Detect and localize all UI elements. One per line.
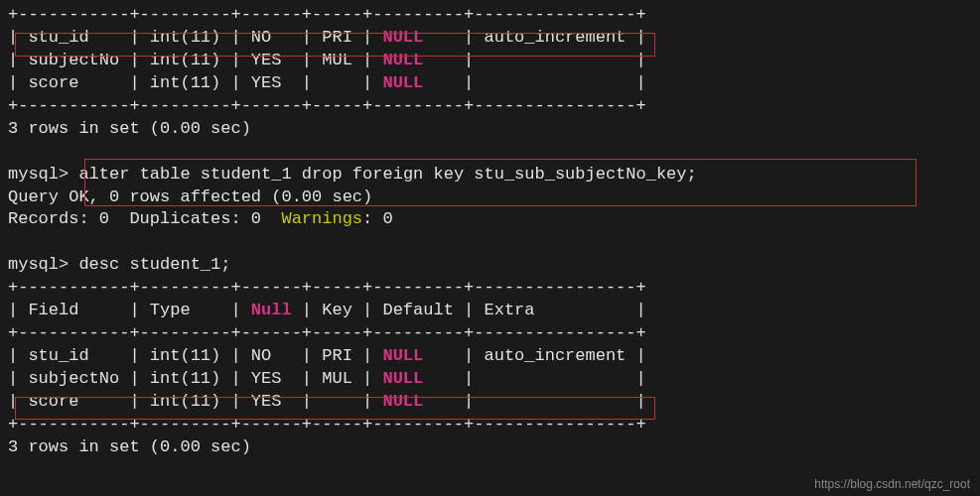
- cmd1-line: mysql> alter table student_1 drop foreig…: [8, 164, 972, 186]
- table-row: | subjectNo | int(11) | YES | MUL | NULL…: [8, 368, 972, 391]
- table1-border-top: +-----------+---------+------+-----+----…: [8, 4, 972, 27]
- table-row: | score | int(11) | YES | | NULL | |: [8, 72, 972, 95]
- table1-rows: | stu_id | int(11) | NO | PRI | NULL | a…: [8, 27, 972, 95]
- cmd1-result2: Records: 0 Duplicates: 0 Warnings: 0: [8, 208, 972, 231]
- table1-border-bottom: +-----------+---------+------+-----+----…: [8, 95, 972, 118]
- table2-footer: 3 rows in set (0.00 sec): [8, 436, 972, 459]
- table2-border-top: +-----------+---------+------+-----+----…: [8, 277, 972, 300]
- table2-border-bottom: +-----------+---------+------+-----+----…: [8, 414, 972, 436]
- cmd1-result1: Query OK, 0 rows affected (0.00 sec): [8, 186, 972, 209]
- table1-footer: 3 rows in set (0.00 sec): [8, 118, 972, 141]
- watermark: https://blog.csdn.net/qzc_root: [814, 476, 970, 492]
- table2-rows: | stu_id | int(11) | NO | PRI | NULL | a…: [8, 345, 972, 414]
- table-row: | score | int(11) | YES | | NULL | |: [8, 391, 972, 414]
- table2-header: | Field | Type | Null | Key | Default | …: [8, 300, 972, 322]
- table-row: | stu_id | int(11) | NO | PRI | NULL | a…: [8, 27, 972, 50]
- table-row: | subjectNo | int(11) | YES | MUL | NULL…: [8, 50, 972, 72]
- blank-2: [8, 231, 972, 254]
- blank-1: [8, 141, 972, 164]
- table-row: | stu_id | int(11) | NO | PRI | NULL | a…: [8, 345, 972, 368]
- table2-border-mid: +-----------+---------+------+-----+----…: [8, 322, 972, 345]
- cmd2-line: mysql> desc student_1;: [8, 254, 972, 277]
